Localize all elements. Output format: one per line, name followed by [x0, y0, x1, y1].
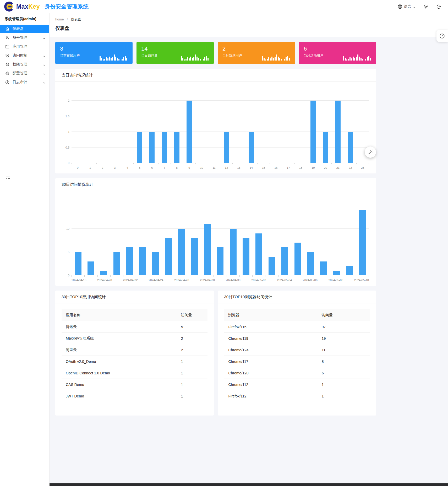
- x-axis-tick-label: 2024-04-26: [174, 279, 189, 282]
- maxkey-logo-icon: [4, 2, 14, 12]
- sidebar-item-5[interactable]: 配置管理: [0, 69, 49, 78]
- bar: [217, 247, 223, 275]
- sidebar-item-1[interactable]: 身份管理: [0, 34, 49, 42]
- sparkline-icon: [343, 53, 371, 61]
- x-axis-tick-label: [86, 279, 97, 282]
- table-cell: 6: [318, 367, 370, 379]
- x-axis-tick-label: 1: [84, 166, 96, 169]
- x-axis-tick-label: 2024-04-28: [200, 279, 215, 282]
- floating-tool-button[interactable]: [365, 146, 376, 158]
- sparkline-icon: [181, 53, 209, 61]
- question-circle-icon: [439, 33, 445, 39]
- sidebar-item-6[interactable]: 日志审计: [0, 78, 49, 86]
- stat-value: 2: [222, 45, 290, 52]
- stat-card[interactable]: 14当日访问量: [136, 42, 214, 64]
- table-cell: 19: [318, 333, 370, 344]
- bar: [149, 132, 155, 163]
- x-axis-tick-label: [318, 279, 329, 282]
- bar: [348, 132, 353, 163]
- daily-visits-chart-card: 当日访问情况统计 00.511.520123456789101112131415…: [55, 69, 376, 173]
- bar: [174, 132, 179, 163]
- sidebar-item-4[interactable]: 权限管理: [0, 60, 49, 69]
- sidebar-item-label: 访问控制: [13, 53, 27, 58]
- table-cell: 8: [318, 356, 370, 367]
- bar: [126, 247, 133, 275]
- x-axis-tick-label: 20: [319, 166, 332, 169]
- breadcrumb: home / 仪表盘: [55, 17, 448, 22]
- bar-slot: [278, 247, 291, 275]
- table-cell: 2: [177, 344, 207, 356]
- bar: [75, 252, 81, 275]
- chevron-down-icon: [413, 5, 416, 8]
- stat-value: 6: [304, 45, 371, 52]
- x-axis-tick-label: [292, 279, 303, 282]
- bar-slot: [123, 247, 136, 275]
- bar: [281, 247, 288, 275]
- bars-layer: [72, 200, 369, 275]
- x-axis-tick-label: 21: [332, 166, 344, 169]
- y-axis-tick-label: 10: [59, 227, 69, 230]
- table-row: CAS Demo1: [62, 379, 207, 390]
- table-cell: Chrome/119: [224, 333, 318, 344]
- bar-slot: [227, 229, 239, 275]
- x-axis-labels: 2024-04-182024-04-202024-04-222024-04-24…: [72, 277, 369, 282]
- table-cell: OpenID Connect 1.0 Demo: [62, 367, 177, 379]
- x-axis-tick-label: 11: [208, 166, 220, 169]
- stat-card[interactable]: 6当月活动用户: [299, 42, 376, 64]
- stat-value: 14: [141, 45, 209, 52]
- bar: [255, 233, 262, 275]
- bar: [323, 132, 328, 163]
- bar-slot: [97, 271, 110, 275]
- stat-card[interactable]: 2当月新增用户: [218, 42, 295, 64]
- chevron-down-icon: [43, 36, 46, 39]
- table-title: 30日TOP10应用访问统计: [55, 291, 214, 303]
- page-title: 仪表盘: [55, 25, 448, 31]
- brand-name: MaxKey: [16, 3, 40, 10]
- menu-fold-icon[interactable]: [6, 176, 10, 181]
- table-cell: 2: [177, 333, 207, 344]
- table-row: Firefox/11597: [224, 321, 370, 333]
- bar-slot: [343, 266, 356, 275]
- x-axis-tick-label: 8: [171, 166, 183, 169]
- x-axis-tick-label: [138, 279, 149, 282]
- bar-slot: [239, 238, 252, 275]
- help-button[interactable]: [436, 30, 448, 42]
- settings-gear-icon[interactable]: [423, 4, 428, 9]
- bar: [320, 261, 327, 275]
- breadcrumb-home-link[interactable]: home: [55, 17, 64, 21]
- table-cell: Chrome/112: [224, 379, 318, 390]
- stat-card[interactable]: 3当前在线用户: [55, 42, 133, 64]
- logout-icon[interactable]: [436, 4, 441, 9]
- table-row: Chrome/1206: [224, 367, 370, 379]
- x-axis-tick-label: 6: [146, 166, 158, 169]
- x-axis-tick-label: 22: [344, 166, 357, 169]
- sidebar-item-2[interactable]: 应用管理: [0, 42, 49, 51]
- brand: MaxKey 身份安全管理系统: [4, 2, 89, 12]
- table-cell: CAS Demo: [62, 379, 177, 390]
- bottom-strip: [50, 483, 448, 486]
- table-row: Chrome/12411: [224, 344, 370, 356]
- x-axis-tick-label: [163, 279, 174, 282]
- bar-slot: [171, 132, 183, 163]
- x-axis-tick-label: 12: [220, 166, 233, 169]
- x-axis-labels: 01234567891011121314151617181920212223: [72, 164, 369, 169]
- bar-slot: [162, 238, 175, 275]
- sidebar-item-dashboard[interactable]: 仪表盘: [0, 25, 49, 33]
- bar-slot: [307, 101, 319, 163]
- magic-wand-icon: [368, 149, 373, 155]
- table-row: Firefox/1121: [224, 390, 370, 402]
- sidebar-item-3[interactable]: 访问控制: [0, 51, 49, 60]
- bar-slot: [133, 132, 146, 163]
- x-axis-tick-label: 13: [233, 166, 245, 169]
- table-cell: 5: [177, 321, 207, 333]
- bar-slot: [245, 132, 257, 163]
- bar: [137, 132, 142, 163]
- y-axis-tick-label: 1: [59, 130, 69, 133]
- x-axis-tick-label: [215, 279, 226, 282]
- language-menu[interactable]: 语言: [397, 4, 416, 9]
- bar-slot: [201, 224, 214, 275]
- breadcrumb-separator: /: [67, 17, 68, 21]
- chart-plot-area: 00.511.52: [72, 91, 369, 163]
- bar: [88, 261, 94, 275]
- x-axis-tick-label: [241, 279, 252, 282]
